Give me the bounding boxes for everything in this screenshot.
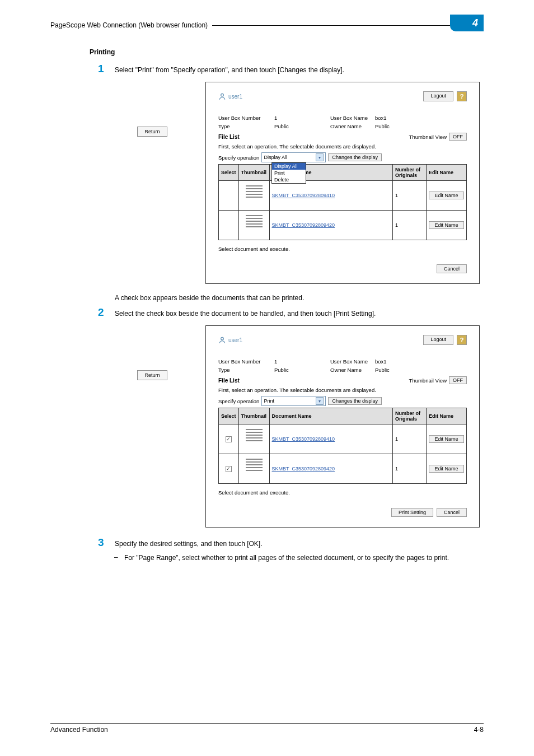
file-table: Select Thumbnail Document Name Number of…	[218, 408, 467, 484]
step-1-text: Select "Print" from "Specify operation",…	[115, 64, 344, 75]
thumbnail-view-label: Thumbnail View	[409, 134, 447, 140]
select-value: Print	[264, 398, 274, 404]
table-row: ✓ SKMBT_C35307092809410 1 Edit Name	[219, 424, 467, 454]
specify-operation-label: Specify operation	[218, 398, 259, 404]
table-row: ✓ SKMBT_C35307092809420 1 Edit Name	[219, 454, 467, 484]
thumbnail-off-button[interactable]: OFF	[449, 133, 467, 141]
execute-hint: Select document and execute.	[218, 489, 467, 496]
thumbnail-image	[242, 213, 266, 236]
col-document-name: Document Name	[269, 408, 392, 424]
step-3-sub-text: For "Page Range", select whether to prin…	[124, 553, 449, 563]
changes-display-button[interactable]: Changes the display	[328, 397, 382, 405]
logout-button[interactable]: Logout	[423, 335, 453, 345]
col-edit-name: Edit Name	[427, 165, 467, 181]
num-originals: 1	[393, 424, 427, 454]
edit-name-button[interactable]: Edit Name	[429, 435, 464, 443]
step-1-number: 1	[98, 64, 115, 75]
user-box-number-label: User Box Number	[218, 358, 274, 365]
edit-name-button[interactable]: Edit Name	[429, 465, 464, 473]
logout-button[interactable]: Logout	[423, 91, 453, 101]
execute-hint: Select document and execute.	[218, 246, 467, 252]
user-box-number-value: 1	[274, 115, 330, 121]
hint-text: First, select an operation. The selectab…	[218, 387, 467, 393]
document-link[interactable]: SKMBT_C35307092809420	[272, 222, 335, 228]
screenshot-1: user1 Logout ? User Box Number 1 User Bo…	[205, 82, 480, 284]
svg-point-1	[221, 337, 224, 340]
chapter-number: 4	[472, 17, 478, 29]
dropdown-option-delete[interactable]: Delete	[272, 176, 306, 183]
operation-dropdown[interactable]: Display All Print Delete	[271, 162, 306, 184]
table-row: SKMBT_C35307092809410 1 Edit Name	[219, 181, 467, 211]
sub-bullet-dash: –	[114, 553, 124, 563]
document-link[interactable]: SKMBT_C35307092809410	[272, 436, 335, 442]
user-icon	[218, 92, 226, 100]
cancel-button[interactable]: Cancel	[437, 264, 467, 273]
return-button[interactable]: Return	[137, 370, 167, 380]
thumbnail-image	[242, 183, 266, 207]
type-value: Public	[274, 123, 330, 129]
screenshot-2: user1 Logout ? User Box Number 1 User Bo…	[205, 325, 480, 528]
page-header-title: PageScope Web Connection (Web browser fu…	[50, 21, 208, 29]
owner-name-label: Owner Name	[330, 123, 375, 129]
thumbnail-off-button[interactable]: OFF	[449, 376, 467, 384]
chevron-down-icon: ▾	[316, 153, 324, 161]
print-setting-button[interactable]: Print Setting	[391, 508, 433, 517]
type-label: Type	[218, 123, 274, 129]
row-checkbox[interactable]: ✓	[226, 436, 232, 442]
num-originals: 1	[393, 454, 427, 484]
user-box-name-value: box1	[375, 115, 387, 121]
user-box-name-value: box1	[375, 358, 387, 365]
step-3-number: 3	[98, 538, 115, 549]
thumbnail-view-label: Thumbnail View	[409, 377, 447, 384]
num-originals: 1	[393, 211, 427, 240]
step-2-number: 2	[98, 307, 115, 319]
row-checkbox[interactable]: ✓	[226, 466, 232, 472]
dropdown-option-display-all[interactable]: Display All	[272, 163, 306, 170]
step-3-text: Specify the desired settings, and then t…	[115, 538, 263, 549]
changes-display-button[interactable]: Changes the display	[328, 153, 382, 161]
user-box-number-value: 1	[274, 358, 330, 365]
file-list-heading: File List	[218, 134, 240, 140]
help-button[interactable]: ?	[457, 335, 467, 345]
document-link[interactable]: SKMBT_C35307092809420	[272, 466, 335, 472]
col-edit-name: Edit Name	[427, 408, 467, 424]
chevron-down-icon: ▾	[316, 397, 324, 405]
file-table: Select Thumbnail Document Name Number of…	[218, 164, 467, 240]
user-box-number-label: User Box Number	[218, 115, 274, 121]
table-row: SKMBT_C35307092809420 1 Edit Name	[219, 211, 467, 240]
section-title: Printing	[90, 48, 484, 56]
owner-name-label: Owner Name	[330, 367, 375, 373]
return-button[interactable]: Return	[137, 127, 167, 137]
edit-name-button[interactable]: Edit Name	[429, 221, 464, 229]
select-value: Display All	[264, 155, 287, 160]
help-button[interactable]: ?	[457, 91, 467, 101]
footer-rule	[50, 723, 484, 724]
col-thumbnail: Thumbnail	[238, 408, 269, 424]
type-value: Public	[274, 367, 330, 373]
edit-name-button[interactable]: Edit Name	[429, 192, 464, 199]
user-name: user1	[228, 337, 242, 343]
col-select: Select	[219, 165, 239, 181]
specify-operation-select[interactable]: Print ▾	[261, 396, 326, 406]
header-rule	[212, 25, 484, 26]
specify-operation-select[interactable]: Display All ▾	[261, 152, 326, 162]
step-2-text: Select the check box beside the document…	[115, 307, 376, 319]
num-originals: 1	[393, 181, 427, 211]
col-select: Select	[219, 408, 239, 424]
owner-name-value: Public	[375, 123, 390, 129]
owner-name-value: Public	[375, 367, 390, 373]
footer-right: 4-8	[474, 726, 484, 734]
user-box-name-label: User Box Name	[330, 358, 375, 365]
user-name: user1	[228, 94, 242, 100]
file-list-heading: File List	[218, 377, 240, 384]
col-number-originals: Number of Originals	[393, 165, 427, 181]
document-link[interactable]: SKMBT_C35307092809410	[272, 193, 335, 198]
specify-operation-label: Specify operation	[218, 155, 259, 161]
type-label: Type	[218, 367, 274, 373]
dropdown-option-print[interactable]: Print	[272, 170, 306, 176]
thumbnail-image	[242, 427, 266, 450]
col-number-originals: Number of Originals	[393, 408, 427, 424]
cancel-button[interactable]: Cancel	[437, 508, 467, 517]
user-box-name-label: User Box Name	[330, 115, 375, 121]
col-thumbnail: Thumbnail	[238, 165, 269, 181]
